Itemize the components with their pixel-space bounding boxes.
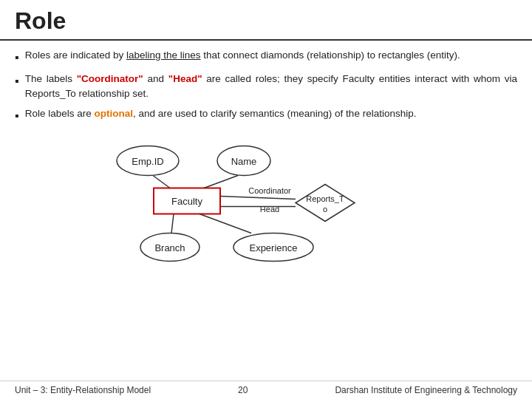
svg-line-6: [220, 196, 296, 199]
reports-to-label-1: Reports_T: [306, 194, 344, 202]
bullet-text-1: Roles are indicated by labeling the line…: [25, 48, 517, 63]
page: Role ▪ Roles are indicated by labeling t…: [0, 0, 532, 399]
highlight-coordinator: "Coordinator": [77, 73, 143, 84]
bullet-icon-1: ▪: [15, 49, 19, 66]
footer-center: 20: [238, 385, 248, 395]
reports-to-label-2: o: [323, 204, 327, 213]
svg-marker-5: [296, 184, 355, 221]
bullet-text-2: The labels "Coordinator" and "Head" are …: [25, 72, 517, 100]
coordinator-role-label: Coordinator: [248, 185, 291, 194]
name-label: Name: [231, 155, 257, 166]
title-bar: Role: [0, 0, 532, 41]
bullet-2: ▪ The labels "Coordinator" and "Head" ar…: [15, 72, 517, 100]
empid-label: Emp.ID: [132, 155, 163, 166]
highlight-optional: optional: [94, 108, 133, 119]
diagram-svg: Emp.ID Name Faculty Coordinator Reports_…: [74, 131, 458, 264]
faculty-label: Faculty: [171, 195, 202, 206]
svg-line-11: [200, 214, 251, 233]
branch-label: Branch: [154, 242, 185, 253]
er-diagram: Emp.ID Name Faculty Coordinator Reports_…: [74, 131, 458, 264]
head-role-label: Head: [260, 204, 279, 213]
highlight-head: "Head": [168, 73, 202, 84]
bullet-3: ▪ Role labels are optional, and are used…: [15, 106, 517, 124]
footer: Unit – 3: Entity-Relationship Model 20 D…: [0, 381, 532, 399]
page-title: Role: [15, 7, 517, 35]
content-area: ▪ Roles are indicated by labeling the li…: [0, 41, 532, 381]
svg-line-10: [171, 214, 174, 233]
svg-line-3: [153, 175, 170, 188]
bullet-icon-2: ▪: [15, 72, 19, 89]
bullet-text-3: Role labels are optional, and are used t…: [25, 106, 517, 121]
experience-label: Experience: [249, 242, 297, 253]
bullet-icon-3: ▪: [15, 107, 19, 124]
highlight-labeling: labeling the lines: [126, 50, 201, 61]
footer-right: Darshan Institute of Engineering & Techn…: [335, 385, 517, 395]
footer-left: Unit – 3: Entity-Relationship Model: [15, 385, 151, 395]
bullet-1: ▪ Roles are indicated by labeling the li…: [15, 48, 517, 66]
svg-line-4: [204, 175, 238, 188]
